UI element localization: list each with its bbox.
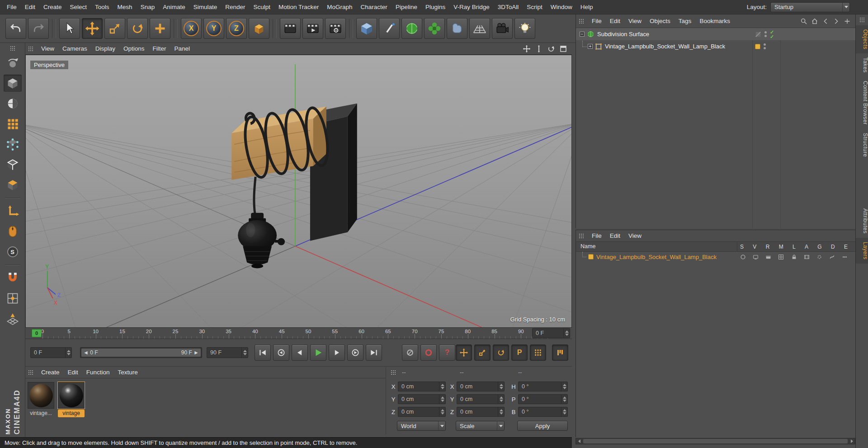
layer-column-header[interactable]: D	[831, 244, 835, 250]
render-settings-button[interactable]	[325, 18, 346, 39]
rotation-key-button[interactable]	[493, 344, 509, 361]
materials-menu-item[interactable]: Function	[82, 367, 114, 378]
edges-mode-button[interactable]	[4, 156, 22, 173]
layer-manager-grip-icon[interactable]	[579, 233, 584, 239]
quantize-button[interactable]	[4, 290, 22, 307]
subdivision-surface-button[interactable]	[401, 18, 422, 39]
generators-icon[interactable]	[816, 254, 822, 260]
menubar-item[interactable]: Create	[39, 0, 66, 14]
spinner-icon[interactable]	[498, 407, 504, 416]
pos-x-field[interactable]: 0 cm	[398, 382, 446, 391]
enabled-check-icon[interactable]: ✓✓	[770, 30, 774, 39]
size-y-field[interactable]: 0 cm	[457, 394, 505, 404]
tab-objects[interactable]: Objects	[856, 25, 868, 53]
redo-button[interactable]	[28, 18, 49, 39]
point-level-animation-button[interactable]	[530, 344, 546, 361]
scrollbar-thumb[interactable]	[583, 439, 848, 443]
layer-slash-icon[interactable]	[755, 31, 761, 38]
menubar-item[interactable]: Animate	[159, 0, 189, 14]
camera-button[interactable]	[492, 18, 513, 39]
manager-icon[interactable]	[778, 254, 784, 260]
menubar-item[interactable]: Mesh	[113, 0, 137, 14]
timeline-ruler[interactable]: 051015202530354045505560657075808590 0 0…	[25, 328, 572, 339]
menubar-item[interactable]: Tools	[91, 0, 113, 14]
layer-column-header[interactable]: L	[793, 244, 796, 250]
current-frame-field[interactable]: 0 F	[30, 347, 72, 358]
timeline-window-button[interactable]	[552, 344, 568, 361]
expand-icon[interactable]: +	[588, 44, 593, 49]
scroll-left-icon[interactable]	[576, 439, 582, 443]
layer-column-header[interactable]: R	[766, 244, 770, 250]
object-manager-menu-item[interactable]: Objects	[646, 14, 675, 28]
menubar-item[interactable]: Motion Tracker	[274, 0, 323, 14]
spline-pen-button[interactable]	[379, 18, 400, 39]
menubar-item[interactable]: V-Ray Bridge	[449, 0, 494, 14]
prev-frame-button[interactable]	[292, 344, 308, 361]
object-manager-menu-item[interactable]: View	[624, 14, 646, 28]
viewport-grip-icon[interactable]	[28, 46, 33, 52]
menubar-item[interactable]: Character	[357, 0, 392, 14]
object-manager-menu-item[interactable]: Tags	[675, 14, 696, 28]
object-name[interactable]: Vintage_Lampbulb_Socket_Wall_Lamp_Black	[605, 43, 725, 50]
apply-button[interactable]: Apply	[517, 421, 568, 431]
light-button[interactable]	[514, 18, 535, 39]
layer-column-header[interactable]: A	[805, 244, 808, 250]
object-name[interactable]: Subdivision Surface	[597, 31, 649, 38]
materials-grip-icon[interactable]	[28, 370, 33, 375]
home-icon[interactable]	[811, 18, 818, 25]
object-manager-menu-item[interactable]: Edit	[606, 14, 624, 28]
lock-icon[interactable]	[791, 254, 797, 260]
scale-tool-button[interactable]	[104, 18, 125, 39]
layer-manager-menu-item[interactable]: View	[624, 230, 646, 241]
material-thumbnail[interactable]	[28, 382, 54, 409]
spinner-icon[interactable]	[439, 395, 445, 404]
prev-key-button[interactable]	[273, 344, 289, 361]
floor-grid-button[interactable]	[469, 18, 490, 39]
viewport-menu-item[interactable]: Filter	[149, 43, 170, 54]
tree-row-lamp-object[interactable]: + Vintage_Lampbulb_Socket_Wall_Lamp_Blac…	[576, 40, 856, 52]
make-editable-button[interactable]	[4, 54, 22, 71]
spinner-icon[interactable]	[498, 395, 504, 404]
scale-mode-dropdown[interactable]: Scale	[456, 421, 505, 431]
menubar-item[interactable]: Edit	[21, 0, 39, 14]
materials-menu-item[interactable]: Create	[37, 367, 64, 378]
material-label[interactable]: vintage...	[28, 410, 54, 417]
tab-content-browser[interactable]: Content Browser	[856, 77, 868, 129]
collapse-icon[interactable]: −	[580, 32, 585, 37]
next-frame-button[interactable]	[329, 344, 345, 361]
toggle-view-icon[interactable]	[559, 45, 567, 53]
layer-column-header[interactable]: M	[779, 244, 783, 250]
layer-manager-menu-item[interactable]: File	[588, 230, 606, 241]
goto-end-button[interactable]	[366, 344, 382, 361]
menubar-item[interactable]: 3DToAll	[494, 0, 523, 14]
layer-column-header[interactable]: E	[844, 244, 848, 250]
current-frame-marker[interactable]: 0	[32, 329, 42, 337]
object-manager-menu-item[interactable]: File	[588, 14, 606, 28]
tab-layers[interactable]: Layers	[856, 238, 868, 264]
view-label[interactable]: Perspective	[30, 61, 68, 69]
tabstrip-grip-icon[interactable]	[859, 17, 865, 23]
material-label-selected[interactable]: vintage	[58, 410, 85, 417]
keyframe-selection-button[interactable]: ?	[439, 344, 455, 361]
spinner-icon[interactable]	[439, 382, 445, 391]
menubar-item[interactable]: Script	[523, 0, 547, 14]
rotate-tool-button[interactable]	[127, 18, 148, 39]
expressions-icon[interactable]	[842, 254, 848, 260]
animation-icon[interactable]	[804, 254, 810, 260]
rotate-view-icon[interactable]	[547, 45, 555, 53]
preview-range-slider[interactable]: ◄ 0 F 90 F ►	[80, 347, 202, 358]
visibility-dots-icon[interactable]	[764, 43, 766, 49]
viewport-menu-item[interactable]: Options	[119, 43, 149, 54]
spinner-icon[interactable]	[439, 407, 445, 416]
next-key-button[interactable]	[347, 344, 363, 361]
solo-icon[interactable]	[740, 254, 746, 260]
parameter-key-button[interactable]: P	[511, 344, 528, 361]
spinner-icon[interactable]	[563, 329, 570, 338]
record-button[interactable]	[402, 344, 418, 361]
layer-color-chip[interactable]	[755, 44, 760, 49]
menubar-item[interactable]: Sculpt	[250, 0, 275, 14]
menubar-item[interactable]: Select	[66, 0, 91, 14]
rot-h-field[interactable]: 0 °	[518, 382, 568, 391]
texture-mode-button[interactable]	[4, 95, 22, 112]
rot-b-field[interactable]: 0 °	[518, 407, 568, 417]
